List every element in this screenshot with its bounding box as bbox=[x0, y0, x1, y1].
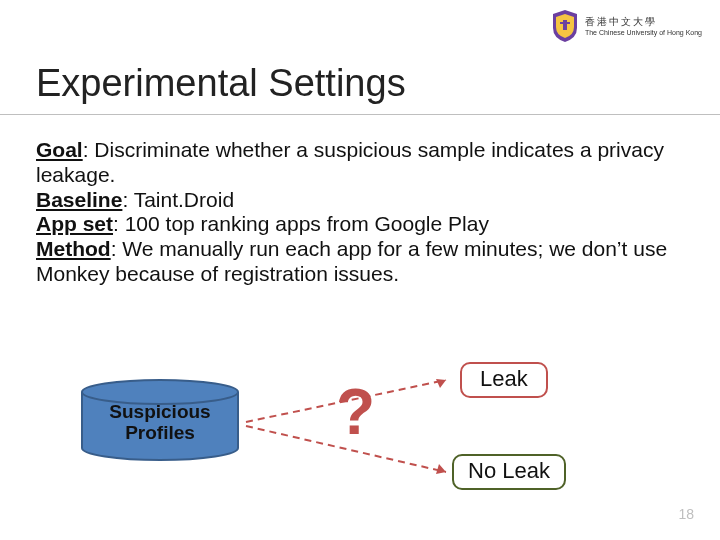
svg-rect-1 bbox=[563, 20, 567, 30]
leak-box: Leak bbox=[460, 362, 548, 398]
baseline-text: : Taint.Droid bbox=[122, 188, 234, 211]
svg-line-9 bbox=[246, 426, 446, 472]
cylinder-label-l2: Profiles bbox=[125, 422, 195, 443]
appset-text: : 100 top ranking apps from Google Play bbox=[113, 212, 489, 235]
method-label: Method bbox=[36, 237, 111, 260]
logo-cn-text: 香港中文大學 bbox=[585, 17, 702, 27]
cylinder-label: Suspicious Profiles bbox=[80, 402, 240, 444]
baseline-label: Baseline bbox=[36, 188, 122, 211]
goal-label: Goal bbox=[36, 138, 83, 161]
appset-label: App set bbox=[36, 212, 113, 235]
svg-marker-10 bbox=[436, 464, 446, 474]
page-number: 18 bbox=[678, 506, 694, 522]
leak-label: Leak bbox=[480, 366, 528, 391]
page-title: Experimental Settings bbox=[36, 62, 406, 105]
logo-en-text: The Chinese University of Hong Kong bbox=[585, 29, 702, 36]
goal-text: : Discriminate whether a suspicious samp… bbox=[36, 138, 664, 186]
noleak-box: No Leak bbox=[452, 454, 566, 490]
method-text: : We manually run each app for a few min… bbox=[36, 237, 667, 285]
svg-marker-8 bbox=[436, 379, 446, 388]
shield-icon bbox=[551, 10, 579, 42]
svg-line-7 bbox=[246, 380, 446, 422]
university-logo: 香港中文大學 The Chinese University of Hong Ko… bbox=[551, 10, 702, 42]
noleak-label: No Leak bbox=[468, 458, 550, 483]
title-divider bbox=[0, 114, 720, 115]
body-text: Goal: Discriminate whether a suspicious … bbox=[36, 138, 670, 287]
arrows-icon bbox=[240, 368, 470, 498]
diagram: Suspicious Profiles ? Leak No Leak bbox=[80, 358, 640, 508]
cylinder-label-l1: Suspicious bbox=[109, 401, 210, 422]
logo-text: 香港中文大學 The Chinese University of Hong Ko… bbox=[585, 17, 702, 36]
